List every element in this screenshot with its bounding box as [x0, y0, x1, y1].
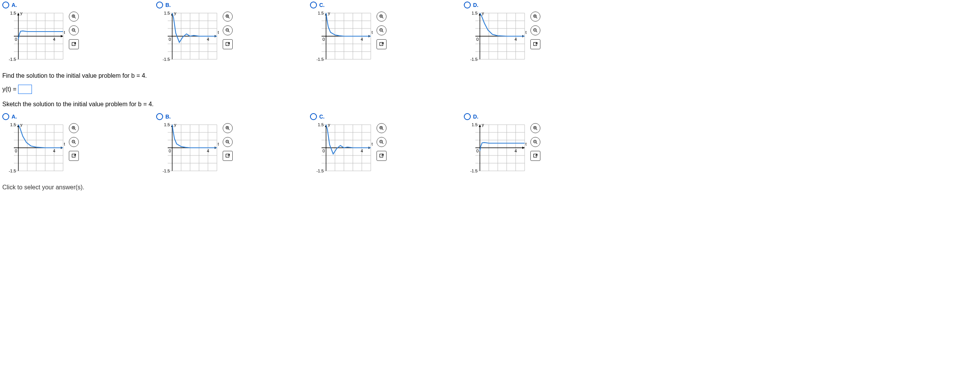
zoom-out-icon[interactable]	[223, 137, 233, 147]
svg-rect-158	[72, 154, 75, 157]
svg-text:y: y	[482, 122, 484, 127]
graph-tools	[223, 121, 233, 161]
svg-text:0: 0	[169, 149, 171, 153]
radio-icon[interactable]	[156, 2, 163, 8]
svg-text:0: 0	[169, 37, 171, 42]
graph-wrap: 1.5-1.5yt04	[464, 121, 618, 175]
svg-line-120	[536, 17, 537, 18]
svg-text:t: t	[64, 142, 65, 146]
svg-text:y: y	[20, 122, 23, 127]
svg-rect-222	[380, 154, 383, 157]
choice-header[interactable]: A.	[2, 113, 156, 120]
svg-text:0: 0	[323, 37, 325, 42]
svg-text:y: y	[174, 122, 177, 127]
graph-plot: 1.5-1.5yt04	[2, 9, 66, 63]
graph-wrap: 1.5-1.5yt04	[310, 9, 464, 63]
zoom-in-icon[interactable]	[223, 12, 233, 22]
choice-header[interactable]: B.	[156, 2, 310, 8]
equation-row: y(t) =	[2, 85, 978, 94]
choice-label: D.	[473, 2, 478, 8]
zoom-in-icon[interactable]	[69, 123, 79, 133]
popout-icon[interactable]	[530, 39, 540, 49]
svg-marker-14	[61, 35, 63, 37]
choice-header[interactable]: D.	[464, 113, 618, 120]
popout-icon[interactable]	[377, 151, 387, 161]
svg-marker-238	[522, 147, 525, 149]
popout-icon[interactable]	[69, 39, 79, 49]
graph-tools	[69, 121, 79, 161]
svg-marker-16	[17, 13, 20, 15]
svg-text:-1.5: -1.5	[163, 57, 170, 62]
radio-icon[interactable]	[464, 113, 471, 120]
zoom-out-icon[interactable]	[223, 25, 233, 35]
svg-text:1.5: 1.5	[472, 11, 477, 15]
svg-text:-1.5: -1.5	[470, 57, 478, 62]
footer-instruction: Click to select your answer(s).	[2, 184, 978, 191]
graph-tools	[377, 9, 387, 49]
choice-header[interactable]: A.	[2, 2, 156, 8]
svg-text:t: t	[525, 30, 527, 35]
graph-container: 1.5-1.5yt04	[310, 9, 373, 63]
zoom-in-icon[interactable]	[223, 123, 233, 133]
svg-text:1.5: 1.5	[164, 122, 170, 127]
popout-icon[interactable]	[530, 151, 540, 161]
choice-header[interactable]: B.	[156, 113, 310, 120]
choice-header[interactable]: C.	[310, 113, 464, 120]
svg-line-216	[382, 129, 383, 130]
zoom-in-icon[interactable]	[530, 123, 540, 133]
zoom-in-icon[interactable]	[530, 12, 540, 22]
zoom-out-icon[interactable]	[69, 137, 79, 147]
svg-text:0: 0	[15, 149, 17, 153]
svg-line-156	[74, 142, 75, 144]
svg-line-184	[228, 129, 229, 130]
svg-line-92	[382, 31, 383, 32]
choice-label: B.	[165, 2, 171, 8]
choice-label: C.	[319, 2, 325, 8]
svg-text:y: y	[174, 11, 177, 15]
zoom-in-icon[interactable]	[377, 123, 387, 133]
svg-text:4: 4	[515, 37, 517, 42]
choice-label: A.	[12, 114, 17, 120]
svg-line-248	[536, 129, 537, 130]
instruction-sketch: Sketch the solution to the initial value…	[2, 101, 978, 108]
choice-1C: C. 1.5-1.5yt04	[310, 2, 464, 63]
radio-icon[interactable]	[2, 2, 9, 8]
choice-1A: A. 1.5-1.5yt04	[2, 2, 156, 63]
zoom-in-icon[interactable]	[69, 12, 79, 22]
zoom-out-icon[interactable]	[69, 25, 79, 35]
zoom-out-icon[interactable]	[377, 25, 387, 35]
answer-input[interactable]	[18, 85, 32, 94]
graph-container: 1.5-1.5yt04	[156, 121, 220, 175]
choice-2D: D. 1.5-1.5yt04	[464, 113, 618, 175]
svg-text:1.5: 1.5	[10, 122, 16, 127]
svg-line-88	[382, 17, 383, 18]
zoom-out-icon[interactable]	[530, 137, 540, 147]
zoom-in-icon[interactable]	[377, 12, 387, 22]
radio-icon[interactable]	[2, 113, 9, 120]
choice-label: D.	[473, 114, 478, 120]
svg-text:y: y	[482, 11, 484, 15]
popout-icon[interactable]	[69, 151, 79, 161]
choice-2B: B. 1.5-1.5yt04	[156, 113, 310, 175]
choice-1B: B. 1.5-1.5yt04	[156, 2, 310, 63]
popout-icon[interactable]	[223, 39, 233, 49]
choice-header[interactable]: C.	[310, 2, 464, 8]
popout-icon[interactable]	[223, 151, 233, 161]
radio-icon[interactable]	[156, 113, 163, 120]
svg-text:1.5: 1.5	[318, 122, 323, 127]
graph-wrap: 1.5-1.5yt04	[464, 9, 618, 63]
radio-icon[interactable]	[464, 2, 471, 8]
choice-2A: A. 1.5-1.5yt04	[2, 113, 156, 175]
graph-tools	[69, 9, 79, 49]
radio-icon[interactable]	[310, 2, 317, 8]
radio-icon[interactable]	[310, 113, 317, 120]
choice-header[interactable]: D.	[464, 2, 618, 8]
zoom-out-icon[interactable]	[377, 137, 387, 147]
svg-rect-254	[533, 154, 537, 157]
popout-icon[interactable]	[377, 39, 387, 49]
svg-text:1.5: 1.5	[164, 11, 170, 15]
zoom-out-icon[interactable]	[530, 25, 540, 35]
svg-text:0: 0	[323, 149, 325, 153]
graph-container: 1.5-1.5yt04	[464, 9, 527, 63]
svg-text:t: t	[64, 30, 65, 35]
